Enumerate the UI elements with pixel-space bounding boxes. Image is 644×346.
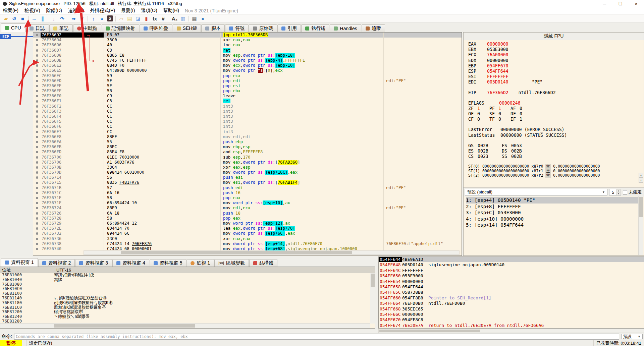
step-into-icon[interactable]: ↓: [50, 15, 58, 22]
stack-row[interactable]: 054FF660054FF8B8Pointer to SEH_Record[1]: [379, 295, 644, 301]
scylla-icon[interactable]: S: [107, 15, 113, 21]
pause-icon[interactable]: ∥: [38, 15, 47, 22]
breakpoint-gutter[interactable]: [33, 150, 41, 155]
argument-count-stepper[interactable]: 5 ▲▼: [609, 189, 621, 195]
tab-handles[interactable]: Handles: [330, 24, 361, 32]
breakpoint-gutter[interactable]: [33, 73, 41, 78]
menu-item-favourites[interactable]: 最愛(I): [118, 8, 138, 14]
disasm-row[interactable]: 76F366D88B65 E8mov esp,dword ptr ss:[ebp…: [33, 53, 462, 58]
menu-item-trace[interactable]: 追蹤(N): [65, 8, 87, 14]
restart-icon[interactable]: ↺: [10, 15, 18, 22]
unlock-checkbox[interactable]: 未鎖定: [623, 189, 642, 195]
dump-row[interactable]: 76E811C0䧿相涁K㴬湯湯㬵㜰㸶䥂㠵圣: [0, 305, 370, 310]
register-row[interactable]: EIP76F366D2ntdll.76F366D2: [468, 90, 644, 96]
register-row[interactable]: EBX053E3000: [468, 47, 644, 52]
tab-dump-1[interactable]: 資料視窗 1: [1, 258, 38, 267]
disasm-row[interactable]: 76F366EF5Bpop ebx: [33, 89, 462, 94]
highlight-az-icon[interactable]: A₂: [170, 15, 179, 22]
minimize-button[interactable]: ─: [597, 0, 612, 7]
stack-row[interactable]: 054FF650053E3000: [379, 273, 644, 279]
breakpoint-gutter[interactable]: [33, 94, 41, 99]
disasm-row[interactable]: 76F366F5CCint3: [33, 119, 462, 124]
dump-view[interactable]: 位址 UTF-16 76E81000帤跰y䌸̂䠸ɂ㷨@挰拝¦巶76E81040寫…: [0, 267, 375, 329]
tab-threads[interactable]: 執行緒: [301, 24, 329, 32]
tab-struct[interactable]: 結構體: [249, 259, 277, 267]
disasm-row[interactable]: 76F366FA55push ebp: [33, 139, 462, 145]
argument-row[interactable]: 3: [esp+C] 053E3000: [466, 210, 639, 216]
step-out-icon[interactable]: ▼: [78, 15, 86, 22]
disasm-row[interactable]: 76F366D640inc eax: [33, 43, 462, 48]
breakpoint-gutter[interactable]: [33, 241, 41, 246]
globe-icon[interactable]: ●: [199, 15, 207, 22]
breakpoint-gutter[interactable]: [33, 216, 41, 221]
dump-vertical-scrollbar[interactable]: [370, 273, 375, 324]
breakpoint-gutter[interactable]: [33, 124, 41, 129]
flags-row[interactable]: CF0TF0IF1: [468, 117, 644, 122]
breakpoint-gutter[interactable]: [33, 185, 41, 190]
run-to-cursor-icon[interactable]: ⇒: [69, 15, 78, 22]
disasm-row[interactable]: 76F366F88BFFmov edi,edi: [33, 134, 462, 139]
disasm-row[interactable]: 76F366F7CCint3: [33, 129, 462, 134]
breakpoint-gutter[interactable]: [33, 221, 41, 226]
tab-notes[interactable]: 筆記: [49, 24, 73, 32]
dump-row[interactable]: 76E81180刟湧K涁相擟彿㠸䵤䱣亐㬵寫K涁: [0, 301, 370, 305]
disasm-row[interactable]: 76F366FB8BECmov ebp,esp: [33, 145, 462, 150]
tab-locals[interactable]: |x=|區域變數: [214, 259, 249, 267]
disasm-row[interactable]: 76F366D7C3ret: [33, 48, 462, 53]
stack-row[interactable]: 054FF648005D0140siglusengine-nojapan.005…: [379, 262, 644, 268]
tab-log[interactable]: 日誌: [25, 24, 49, 32]
bookmark-icon[interactable]: ▮: [142, 15, 151, 22]
disasm-row[interactable]: 76F366EE5Epop esi: [33, 83, 462, 89]
tab-breakpoints[interactable]: 中斷點: [73, 24, 101, 32]
disasm-row[interactable]: 76F366F4CCint3: [33, 114, 462, 119]
breakpoint-gutter[interactable]: [33, 134, 41, 139]
tab-cpu[interactable]: CPU: [1, 23, 25, 32]
disasm-row[interactable]: 76F36738C74424 14 706FE876mov dword ptr …: [33, 241, 462, 246]
function-icon[interactable]: fx: [151, 15, 159, 22]
disasm-row[interactable]: 76F366EC59pop ecx: [33, 73, 462, 78]
run-icon[interactable]: →: [30, 15, 38, 22]
menu-item-debug[interactable]: 除錯(D): [43, 8, 65, 14]
tab-source[interactable]: 原始碼: [249, 24, 277, 32]
stack-row[interactable]: 054FF670054FF8C8: [379, 317, 644, 323]
disasm-row[interactable]: 76F366E28B4D F0mov ecx,dword ptr ss:[ebp…: [33, 63, 462, 68]
breakpoint-gutter[interactable]: [33, 109, 41, 114]
disasm-row[interactable]: 76F3672E8D4424 70lea eax,dword ptr ss:[e…: [33, 226, 462, 231]
stack-row[interactable]: 054FF65C058738B8: [379, 290, 644, 295]
breakpoint-gutter[interactable]: [33, 114, 41, 119]
breakpoint-gutter[interactable]: [33, 195, 41, 200]
disasm-row[interactable]: 76F366ED5Fpop ediedi:"PE": [33, 78, 462, 83]
disasm-row[interactable]: 76F3672966:894424 12mov word ptr ss:[esp…: [33, 221, 462, 226]
breakpoint-gutter[interactable]: [33, 119, 41, 124]
tab-dump-5[interactable]: 資料視窗 5: [150, 259, 186, 267]
breakpoint-gutter[interactable]: [33, 246, 41, 251]
disasm-row[interactable]: 76F3671C6A 16push 16: [33, 190, 462, 195]
step-over-icon[interactable]: ↷: [58, 15, 66, 22]
register-row[interactable]: ESP054FF644: [468, 69, 644, 74]
register-row[interactable]: ECX76A00000: [468, 52, 644, 58]
comment-icon[interactable]: ▤: [125, 15, 134, 22]
breakpoint-gutter[interactable]: [33, 53, 41, 58]
disasm-horizontal-scrollbar[interactable]: [84, 250, 460, 255]
register-row[interactable]: EAX00000000: [468, 42, 644, 47]
breakpoint-gutter[interactable]: [33, 83, 41, 89]
disasm-row[interactable]: 76F366FD83E4 F8and esp,FFFFFFF8: [33, 150, 462, 155]
breakpoint-gutter[interactable]: [33, 180, 41, 185]
label-icon[interactable]: ◪: [134, 15, 142, 22]
register-list[interactable]: EAX00000000EBX053E3000ECX76A00000EDX0000…: [464, 40, 644, 189]
stack-row[interactable]: 054FF66476EFD0B0ntdll.76EFD0B0: [379, 301, 644, 306]
breakpoint-gutter[interactable]: [33, 211, 41, 216]
breakpoint-gutter[interactable]: [33, 104, 41, 109]
stack-row[interactable]: 054FF66C00000000: [379, 312, 644, 317]
disasm-row[interactable]: 76F366F0C9leave: [33, 94, 462, 99]
breakpoint-gutter[interactable]: [33, 170, 41, 175]
breakpoint-gutter[interactable]: [33, 160, 41, 165]
execute-till-return-icon[interactable]: ↑: [89, 15, 98, 22]
breakpoint-gutter[interactable]: [33, 155, 41, 160]
disasm-row[interactable]: 76F3671F66:894424 10mov word ptr ss:[esp…: [33, 200, 462, 206]
breakpoint-gutter[interactable]: [33, 139, 41, 145]
disasm-row[interactable]: 76F3670D898424 6C010000mov dword ptr ss:…: [33, 170, 462, 175]
breakpoint-gutter[interactable]: [33, 206, 41, 211]
stack-row[interactable]: 054FF67476E30E7Areturn to ntdll.76E30E7A…: [379, 323, 644, 328]
breakpoint-gutter[interactable]: [33, 226, 41, 231]
